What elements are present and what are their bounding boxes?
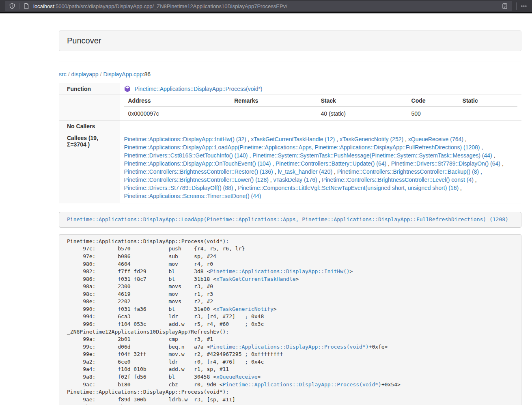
callee-link[interactable]: Pinetime::Drivers::St7789::DisplayOff() … [124, 185, 233, 191]
code-symbol-link[interactable]: Pinetime::Applications::DisplayApp::Proc… [223, 381, 381, 388]
breadcrumb-link-file[interactable]: DisplayApp.cpp [103, 71, 142, 78]
app-title-panel: Puncover [59, 30, 521, 51]
callee-link[interactable]: Pinetime::Applications::Screens::Timer::… [124, 193, 261, 199]
function-row: Function Pinetime::Applications::Display… [59, 83, 521, 95]
column-header-code: Code [407, 95, 459, 107]
url-path: :5000/path/src/displayapp/DisplayApp.cpp… [54, 3, 287, 9]
callee-link[interactable]: xTaskGetCurrentTaskHandle (12) [251, 136, 335, 142]
column-header-address: Address [124, 95, 230, 107]
address-value: 0x0000097c [124, 107, 230, 120]
callees-label: Callees (19, Σ=3704 ) [59, 132, 120, 203]
callee-link[interactable]: Pinetime::Drivers::Cst816S::GetTouchInfo… [124, 152, 248, 159]
column-header-stack: Stack [317, 95, 407, 107]
static-value [459, 107, 517, 120]
code-symbol-link[interactable]: xQueueReceive [216, 374, 258, 380]
package-icon [124, 86, 135, 92]
breadcrumb-line-number: :86 [143, 71, 151, 78]
code-symbol-link[interactable]: Pinetime::Applications::DisplayApp::Init… [210, 268, 349, 274]
function-name-link[interactable]: Pinetime::Applications::DisplayApp::Proc… [134, 86, 262, 92]
code-symbol-link[interactable]: Pinetime::Applications::DisplayApp::Proc… [210, 344, 368, 350]
column-header-remarks: Remarks [230, 95, 317, 107]
shield-icon[interactable] [9, 3, 15, 9]
callee-link[interactable]: xQueueReceive (764) [408, 136, 463, 142]
page-icon[interactable] [23, 3, 30, 9]
callee-link[interactable]: Pinetime::System::SystemTask::PushMessag… [252, 152, 492, 159]
url-host: localhost [33, 3, 54, 9]
remarks-value [230, 107, 317, 120]
callee-link[interactable]: Pinetime::Controllers::BrightnessControl… [124, 177, 269, 183]
no-callers-label: No Callers [59, 121, 120, 132]
url-bar[interactable]: localhost:5000/path/src/displayapp/Displ… [5, 1, 512, 11]
code-symbol-link[interactable]: xTaskGenericNotify [216, 306, 274, 312]
function-stats-table: Address Remarks Stack Code Static 0x0000… [124, 95, 518, 120]
breadcrumb-separator: / [68, 71, 70, 78]
selected-callee-box: Pinetime::Applications::DisplayApp::Load… [59, 212, 521, 228]
overflow-menu-icon[interactable] [521, 3, 527, 9]
breadcrumb: src/displayapp/DisplayApp.cpp:86 [59, 71, 521, 78]
callee-link[interactable]: Pinetime::Controllers::BrightnessControl… [322, 177, 473, 183]
function-stats-row: Address Remarks Stack Code Static 0x0000… [59, 95, 521, 121]
breadcrumb-separator: / [100, 71, 102, 78]
breadcrumb-link-src[interactable]: src [59, 71, 67, 78]
callees-row: Callees (19, Σ=3704 ) Pinetime::Applicat… [59, 132, 521, 203]
table-row: 0x0000097c 40 (static) 500 [124, 107, 518, 120]
app-title: Puncover [67, 36, 101, 45]
reader-view-icon[interactable] [502, 3, 508, 9]
code-symbol-link[interactable]: xTaskGetCurrentTaskHandle [216, 276, 296, 282]
stack-value: 40 (static) [317, 107, 407, 120]
function-row-label: Function [59, 83, 120, 95]
toolbar-separator [19, 3, 19, 9]
callee-link[interactable]: lv_task_handler (420) [278, 168, 332, 175]
loadapp-symbol-link[interactable]: Pinetime::Applications::DisplayApp::Load… [67, 216, 508, 222]
callees-list: Pinetime::Applications::DisplayApp::Init… [120, 132, 521, 203]
callee-link[interactable]: vTaskDelay (176) [274, 177, 317, 183]
callee-link[interactable]: xTaskGenericNotify (252) [340, 136, 403, 142]
column-header-static: Static [459, 95, 517, 107]
toolbar-separator [516, 2, 517, 10]
callee-link[interactable]: Pinetime::Applications::DisplayApp::Load… [124, 144, 480, 151]
callee-link[interactable]: Pinetime::Applications::DisplayApp::OnTo… [124, 160, 271, 167]
url-text: localhost:5000/path/src/displayapp/Displ… [33, 3, 502, 9]
empty-row-label [59, 95, 120, 121]
browser-toolbar: localhost:5000/path/src/displayapp/Displ… [0, 0, 532, 13]
callee-link[interactable]: Pinetime::Controllers::BrightnessControl… [337, 168, 479, 175]
divider [59, 62, 521, 62]
page-body: Puncover src/displayapp/DisplayApp.cpp:8… [0, 13, 532, 405]
no-callers-row: No Callers [59, 121, 521, 132]
breadcrumb-link-displayapp[interactable]: displayapp [71, 71, 99, 78]
callee-link[interactable]: Pinetime::Controllers::Battery::Update()… [276, 160, 386, 167]
function-info-table: Function Pinetime::Applications::Display… [59, 83, 521, 203]
callee-link[interactable]: Pinetime::Drivers::St7789::DisplayOn() (… [391, 160, 500, 167]
callee-link[interactable]: Pinetime::Applications::DisplayApp::Init… [124, 136, 246, 142]
callee-link[interactable]: Pinetime::Components::LittleVgl::SetNewT… [238, 185, 459, 191]
callee-link[interactable]: Pinetime::Controllers::BrightnessControl… [124, 168, 273, 175]
disassembly-block: Pinetime::Applications::DisplayApp::Proc… [59, 234, 521, 405]
code-size-value: 500 [407, 107, 459, 120]
